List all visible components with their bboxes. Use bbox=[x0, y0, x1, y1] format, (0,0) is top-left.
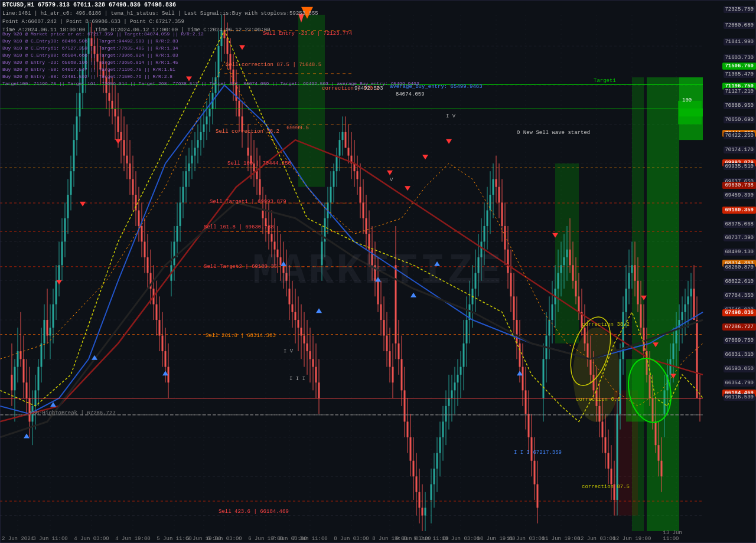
chart-container: MARKETIZE BTCUSD,H1 67579.313 67611.328 … bbox=[0, 0, 756, 543]
main-chart-canvas bbox=[0, 0, 756, 543]
